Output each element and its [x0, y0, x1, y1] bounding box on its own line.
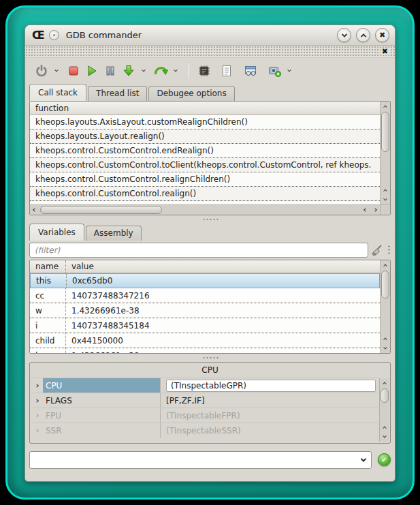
- clear-filter-button[interactable]: [368, 242, 386, 258]
- variables-header[interactable]: name value: [30, 260, 380, 273]
- debug-toolbar: [25, 58, 395, 84]
- variable-row[interactable]: i 140737488345184: [30, 318, 380, 333]
- close-window-button[interactable]: ✖: [375, 28, 389, 42]
- expand-arrow-icon[interactable]: [31, 399, 43, 402]
- variables-vertical-scrollbar[interactable]: [380, 260, 390, 353]
- cpu-row[interactable]: CPU (TInspectableGPR): [31, 378, 378, 393]
- cpu-row-name[interactable]: FLAGS: [43, 393, 160, 408]
- callstack-horizontal-scrollbar[interactable]: [30, 204, 380, 215]
- scroll-up-button[interactable]: [381, 334, 390, 343]
- command-combobox[interactable]: [29, 451, 372, 469]
- pause-button[interactable]: [102, 62, 118, 80]
- tab-thread-list[interactable]: Thread list: [88, 86, 147, 101]
- run-button[interactable]: [84, 62, 100, 80]
- power-dropdown-button[interactable]: [52, 62, 61, 80]
- callstack-row[interactable]: kheops.layouts.Layout.realign(): [30, 129, 380, 144]
- variable-row[interactable]: this 0xc65db0: [30, 273, 380, 288]
- scroll-up-button[interactable]: [380, 378, 389, 388]
- command-input[interactable]: [35, 455, 361, 465]
- show-output-button[interactable]: [219, 62, 235, 80]
- cpu-vertical-scrollbar[interactable]: [379, 378, 389, 442]
- expand-arrow-icon[interactable]: [31, 414, 43, 417]
- restore-button[interactable]: [356, 28, 370, 42]
- show-watches-button[interactable]: [242, 62, 259, 80]
- tab-assembly[interactable]: Assembly: [86, 226, 142, 241]
- variable-row[interactable]: h 1.43266961e-38: [30, 348, 380, 353]
- chevron-up-icon: [383, 189, 387, 194]
- tab-debugee-options[interactable]: Debugee options: [148, 86, 234, 101]
- cpu-row[interactable]: SSR (TInspectableSSR): [31, 423, 378, 438]
- variable-row[interactable]: child 0x44150000: [30, 333, 380, 348]
- snapshot-dropdown-button[interactable]: [285, 62, 294, 80]
- scroll-left-button[interactable]: [361, 205, 370, 215]
- pin-button[interactable]: [49, 30, 59, 40]
- send-command-button[interactable]: ✔: [378, 453, 391, 466]
- callstack-vertical-scrollbar[interactable]: [380, 102, 390, 204]
- scroll-track[interactable]: [381, 112, 389, 185]
- shade-button[interactable]: [337, 28, 351, 42]
- titlebar[interactable]: Œ GDB commander ✖: [25, 25, 395, 46]
- show-cpu-button[interactable]: [196, 62, 212, 80]
- scroll-thumb[interactable]: [381, 271, 389, 299]
- panel-handle-icon[interactable]: [387, 245, 391, 256]
- step-over-button[interactable]: [152, 62, 169, 80]
- snapshot-button[interactable]: [266, 62, 282, 80]
- step-in-dropdown-button[interactable]: [139, 62, 148, 80]
- scroll-up-button[interactable]: [380, 423, 389, 432]
- play-icon: [85, 64, 99, 78]
- callstack-row[interactable]: kheops.control.CustomControl.toClient(kh…: [30, 158, 380, 172]
- cpu-value-editor[interactable]: (TInspectableGPR): [166, 380, 376, 392]
- variable-value: 1.43266961e-38: [65, 348, 380, 353]
- scroll-track[interactable]: [40, 206, 360, 214]
- scroll-left-button[interactable]: [30, 205, 39, 215]
- stop-button[interactable]: [65, 62, 82, 80]
- scroll-thumb[interactable]: [381, 388, 389, 403]
- chevron-left-icon: [33, 208, 37, 212]
- column-header-name[interactable]: name: [30, 260, 65, 273]
- callstack-column-header[interactable]: function: [30, 102, 380, 115]
- dock-close-button[interactable]: ✖: [381, 48, 389, 55]
- variable-row[interactable]: cc 140737488347216: [30, 288, 380, 303]
- scroll-up-button[interactable]: [381, 102, 390, 111]
- scroll-up-button[interactable]: [381, 260, 390, 270]
- variable-name: cc: [30, 288, 65, 303]
- filter-input[interactable]: [29, 243, 368, 258]
- cpu-row-value[interactable]: (TInspectableFPR): [160, 408, 378, 423]
- callstack-row[interactable]: kheops.control.CustomControl.endRealign(…: [30, 144, 380, 158]
- splitter[interactable]: [25, 215, 395, 224]
- cpu-row-value[interactable]: (TInspectableGPR): [160, 378, 378, 393]
- cpu-row-name[interactable]: SSR: [43, 423, 160, 438]
- tab-call-stack[interactable]: Call stack: [29, 84, 86, 101]
- chevron-up-icon: [383, 427, 387, 431]
- column-header-value[interactable]: value: [65, 260, 380, 273]
- expand-arrow-icon[interactable]: [31, 429, 43, 432]
- cpu-row-name[interactable]: FPU: [43, 408, 160, 423]
- cpu-row[interactable]: FLAGS [PF,ZF,IF]: [31, 393, 378, 408]
- tab-variables[interactable]: Variables: [29, 224, 84, 241]
- gdb-commander-window: Œ GDB commander ✖ ✖: [25, 25, 395, 482]
- scroll-down-button[interactable]: [380, 432, 389, 442]
- scroll-track[interactable]: [381, 271, 389, 333]
- scroll-thumb[interactable]: [381, 112, 389, 152]
- scroll-down-button[interactable]: [381, 343, 390, 353]
- chevron-down-icon: [54, 68, 59, 72]
- expand-arrow-icon[interactable]: [31, 384, 43, 387]
- callstack-row[interactable]: kheops.control.CustomControl.realign(): [30, 187, 380, 201]
- power-button[interactable]: [33, 62, 50, 80]
- cpu-row[interactable]: FPU (TInspectableFPR): [31, 408, 378, 423]
- dock-handle-strip[interactable]: ✖: [25, 46, 395, 58]
- scroll-up-button[interactable]: [381, 185, 390, 195]
- cpu-row-value[interactable]: [PF,ZF,IF]: [160, 393, 378, 408]
- splitter[interactable]: [25, 354, 395, 362]
- callstack-row[interactable]: kheops.layouts.AxisLayout.customRealignC…: [30, 115, 380, 129]
- callstack-row[interactable]: kheops.control.CustomControl.realignChil…: [30, 172, 380, 187]
- cpu-row-value[interactable]: (TInspectableSSR): [160, 423, 378, 438]
- cpu-row-name[interactable]: CPU: [43, 378, 160, 393]
- variable-row[interactable]: w 1.43266961e-38: [30, 303, 380, 318]
- scroll-thumb[interactable]: [40, 206, 162, 214]
- step-over-dropdown-button[interactable]: [171, 62, 180, 80]
- step-in-button[interactable]: [120, 62, 137, 80]
- scroll-down-button[interactable]: [381, 195, 390, 204]
- scroll-track[interactable]: [381, 388, 389, 422]
- scroll-right-button[interactable]: [370, 205, 380, 215]
